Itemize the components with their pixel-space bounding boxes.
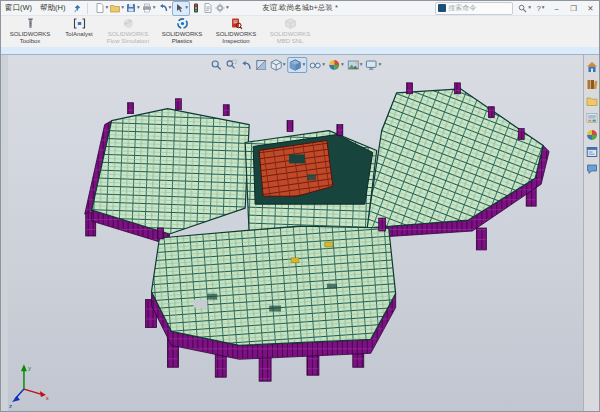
model-formwork-assembly[interactable]	[85, 83, 549, 381]
menu-help[interactable]: 帮助(H)	[36, 3, 69, 13]
tab-tolanalyst[interactable]: TolAnalyst	[57, 15, 101, 47]
minimize-button[interactable]: –	[548, 2, 565, 15]
reference-triad: y x z	[9, 364, 49, 409]
tab-label: SOLIDWORKS Flow Simulation	[103, 31, 153, 44]
solidworks-resources-icon[interactable]	[585, 162, 598, 175]
tab-solidworks-inspection[interactable]: SOLIDWORKS Inspection	[209, 15, 263, 47]
hide-show-items-icon[interactable]: ▾	[308, 58, 326, 72]
solidworks-window: 窗口(W) 帮助(H) ▾ ▾ ▾ ▾ ▾ ▾	[0, 0, 600, 412]
tab-label: SOLIDWORKS MBD SNL	[265, 31, 315, 44]
help-button[interactable]: ?▾	[533, 2, 548, 15]
model-core-highlight	[253, 135, 373, 205]
heads-up-view-toolbar: ▾ ▾ ▾ ▾ ▾ ▾	[209, 57, 383, 73]
open-button[interactable]: ▾	[109, 2, 125, 15]
command-manager-accent-strip	[1, 47, 599, 55]
zoom-to-fit-icon[interactable]	[209, 58, 223, 72]
mbd-snl-icon	[284, 17, 297, 30]
search-input[interactable]: 搜索命令	[448, 3, 476, 13]
search-commands-box[interactable]: 搜索命令	[435, 2, 513, 15]
save-button[interactable]: ▾	[125, 2, 141, 15]
inspection-icon	[230, 17, 243, 30]
file-properties-button[interactable]	[202, 2, 214, 15]
section-view-icon[interactable]	[254, 58, 268, 72]
view-settings-icon[interactable]: ▾	[365, 58, 383, 72]
toolbar-separator	[87, 3, 88, 14]
file-explorer-icon[interactable]	[585, 94, 598, 107]
restore-button[interactable]: ❐	[565, 2, 582, 15]
plastics-icon	[176, 17, 189, 30]
triad-z-label: z	[9, 403, 12, 409]
model-right-wing	[367, 89, 543, 228]
menu-window[interactable]: 窗口(W)	[1, 3, 36, 13]
display-style-icon[interactable]: ▾	[287, 57, 307, 73]
triad-x-label: x	[46, 395, 49, 401]
command-manager: SOLIDWORKS Toolbox TolAnalyst SOLIDWORKS…	[1, 15, 599, 47]
previous-view-icon[interactable]	[239, 58, 253, 72]
design-library-icon[interactable]	[585, 77, 598, 90]
tab-solidworks-mbd-snl[interactable]: SOLIDWORKS MBD SNL	[263, 15, 317, 47]
custom-properties-icon[interactable]	[585, 145, 598, 158]
flow-simulation-icon	[122, 17, 135, 30]
tolanalyst-icon	[73, 17, 86, 30]
task-pane	[583, 55, 599, 411]
tab-label: SOLIDWORKS Inspection	[211, 31, 261, 44]
tab-solidworks-flow-simulation[interactable]: SOLIDWORKS Flow Simulation	[101, 15, 155, 47]
search-icon[interactable]: ▾	[516, 2, 533, 15]
close-button[interactable]: ✕	[582, 2, 599, 15]
pin-icon[interactable]	[73, 4, 82, 13]
home-icon[interactable]	[585, 60, 598, 73]
tab-label: SOLIDWORKS Toolbox	[5, 31, 55, 44]
rebuild-button[interactable]	[190, 2, 202, 15]
toolbox-icon	[24, 17, 37, 30]
select-button[interactable]: ▾	[172, 1, 190, 16]
apply-scene-icon[interactable]: ▾	[346, 58, 364, 72]
edit-appearance-icon[interactable]: ▾	[327, 58, 345, 72]
view-orientation-icon[interactable]: ▾	[269, 58, 287, 72]
tab-label: TolAnalyst	[65, 31, 92, 38]
document-title: 友谊.欧尚名城b+总装 *	[262, 1, 338, 15]
model-bottom-wing	[152, 226, 396, 345]
triad-y-label: y	[28, 365, 31, 371]
quick-access-toolbar: ▾ ▾ ▾ ▾ ▾ ▾ ▾	[94, 1, 230, 16]
titlebar-right-cluster: 搜索命令 ▾ ?▾ – ❐ ✕	[435, 1, 599, 15]
model-left-wing	[92, 109, 249, 234]
tab-solidworks-toolbox[interactable]: SOLIDWORKS Toolbox	[3, 15, 57, 47]
solidworks-logo-icon	[438, 4, 446, 12]
undo-button[interactable]: ▾	[157, 2, 173, 15]
tab-label: SOLIDWORKS Plastics	[157, 31, 207, 44]
graphics-area[interactable]: ▾ ▾ ▾ ▾ ▾ ▾	[8, 55, 583, 411]
zoom-to-area-icon[interactable]	[224, 58, 238, 72]
options-button[interactable]: ▾	[214, 2, 230, 15]
appearances-scenes-icon[interactable]	[585, 128, 598, 141]
view-palette-icon[interactable]	[585, 111, 598, 124]
print-button[interactable]: ▾	[141, 2, 157, 15]
new-document-button[interactable]: ▾	[94, 2, 110, 15]
tab-solidworks-plastics[interactable]: SOLIDWORKS Plastics	[155, 15, 209, 47]
model-viewport-canvas[interactable]: y x z	[8, 55, 583, 411]
title-bar: 窗口(W) 帮助(H) ▾ ▾ ▾ ▾ ▾ ▾	[1, 1, 599, 16]
